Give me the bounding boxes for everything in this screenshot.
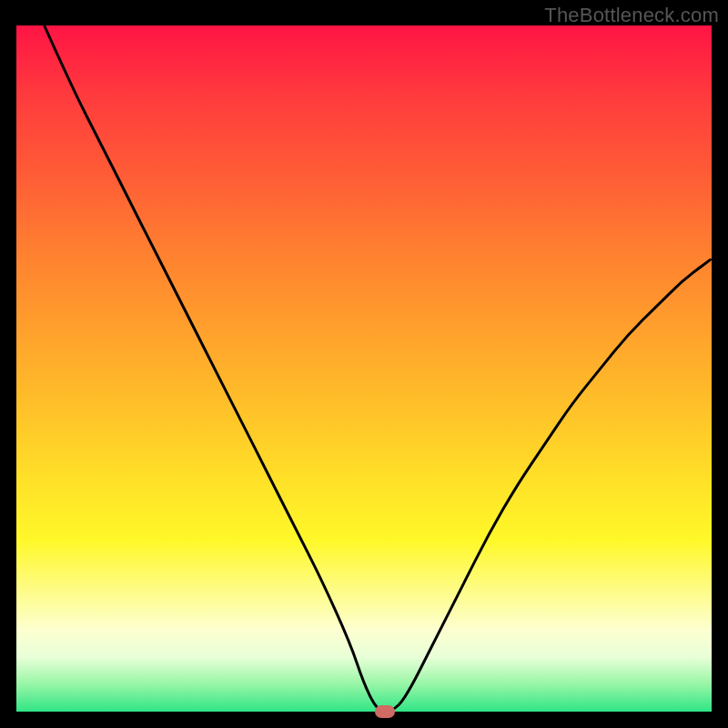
chart-frame: TheBottleneck.com bbox=[0, 0, 728, 728]
bottleneck-curve-svg bbox=[16, 25, 712, 712]
bottleneck-curve-path bbox=[45, 25, 712, 712]
minimum-marker-icon bbox=[375, 705, 395, 718]
watermark-text: TheBottleneck.com bbox=[544, 4, 719, 27]
